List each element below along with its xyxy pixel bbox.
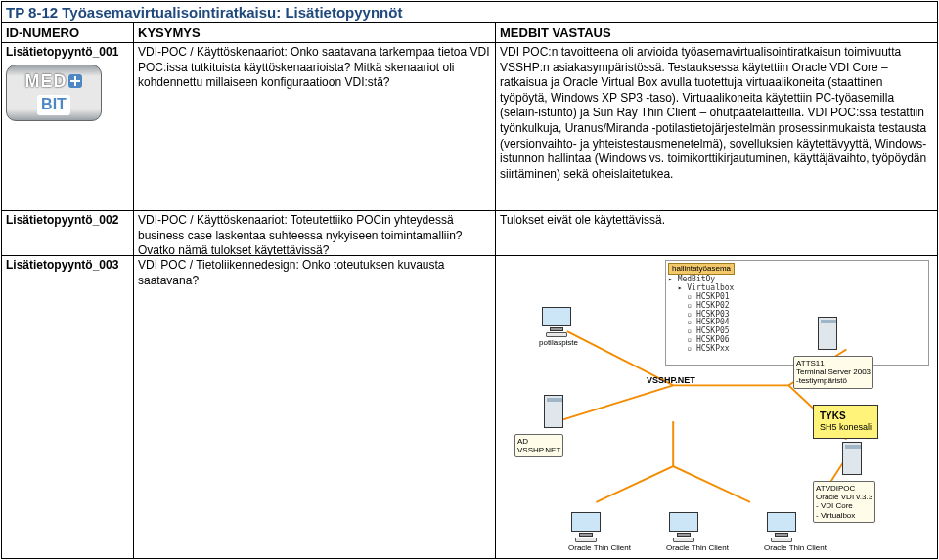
- cell-answer: hallintatyöasema ▸ MedBitOy ▸ Virtualbox…: [496, 256, 937, 558]
- atts11-box: ATTS11 Terminal Server 2003 -testiympäri…: [793, 356, 873, 389]
- pc-icon: Oracle Thin Client: [764, 512, 799, 553]
- net-area: potilaspiste AD VSSHP.NET ATTS11 Termina…: [500, 278, 933, 556]
- cell-answer: Tulokset eivät ole käytettävissä.: [496, 211, 937, 255]
- network-diagram: hallintatyöasema ▸ MedBitOy ▸ Virtualbox…: [500, 258, 933, 556]
- header-question: KYSYMYS: [134, 23, 496, 42]
- logo-cross-icon: [68, 74, 82, 88]
- ad-box: AD VSSHP.NET: [514, 434, 563, 457]
- cell-id: Lisätietopyyntö_003: [2, 256, 134, 558]
- server-icon: [539, 395, 568, 428]
- vsshpnet-label: VSSHP.NET: [647, 375, 695, 387]
- header-answer: MEDBIT VASTAUS: [496, 23, 937, 42]
- row-id: Lisätietopyyntö_001: [6, 45, 118, 59]
- medbit-logo: MED BIT: [6, 65, 102, 121]
- page-title: TP 8-12 Työasemavirtualisointiratkaisu: …: [2, 2, 937, 23]
- cell-question: VDI-POC / Käyttöskenaariot: Toteutettiik…: [134, 211, 496, 255]
- pc-icon: Oracle Thin Client: [666, 512, 701, 553]
- server-icon: [837, 442, 867, 475]
- cell-answer: VDI POC:n tavoitteena oli arvioida työas…: [496, 43, 937, 210]
- pc-icon: potilaspiste: [539, 307, 574, 348]
- vdipoc-box: ATVDIPOC Oracle VDI v.3.3 - VDI Core - V…: [813, 481, 875, 523]
- pc-icon: Oracle Thin Client: [568, 512, 604, 553]
- table-row: Lisätietopyyntö_002 VDI-POC / Käyttösken…: [2, 211, 937, 256]
- cell-question: VDI-POC / Käyttöskenaariot: Onko saatava…: [134, 43, 496, 210]
- client-label: Oracle Thin Client: [568, 543, 604, 553]
- table-row: Lisätietopyyntö_001 MED BIT VDI-POC / Kä…: [2, 43, 937, 211]
- server-icon: [813, 317, 842, 350]
- header-id: ID-NUMERO: [2, 23, 134, 42]
- client-label: Oracle Thin Client: [666, 543, 701, 553]
- table-row: Lisätietopyyntö_003 VDI POC / Tietoliike…: [2, 256, 937, 558]
- cell-id: Lisätietopyyntö_001 MED BIT: [2, 43, 134, 210]
- tyks-box: TYKS SH5 konesali: [813, 405, 878, 439]
- pc-label: potilaspiste: [539, 338, 574, 348]
- logo-bit: BIT: [37, 95, 70, 115]
- document-page: TP 8-12 Työasemavirtualisointiratkaisu: …: [1, 1, 938, 559]
- table-header: ID-NUMERO KYSYMYS MEDBIT VASTAUS: [2, 23, 937, 43]
- logo-med: MED: [24, 70, 82, 93]
- cell-question: VDI POC / Tietoliikennedesign: Onko tote…: [134, 256, 496, 558]
- tyks-sub: SH5 konesali: [820, 422, 872, 434]
- cell-id: Lisätietopyyntö_002: [2, 211, 134, 255]
- panel-title: hallintatyöasema: [668, 263, 735, 275]
- client-label: Oracle Thin Client: [764, 543, 799, 553]
- tyks-title: TYKS: [820, 409, 872, 422]
